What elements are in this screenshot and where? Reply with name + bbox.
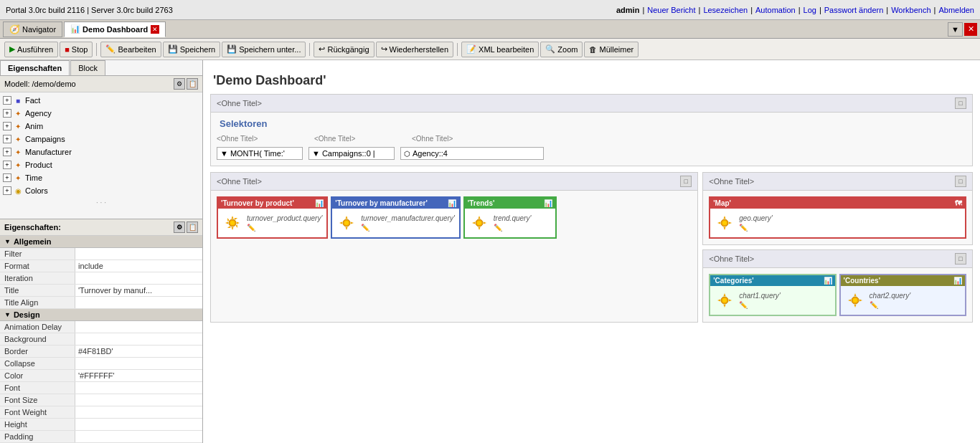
selector-dropdown-1[interactable]: ▼ MONTH( Time:' bbox=[217, 147, 303, 160]
tab-close-button[interactable]: ✕ bbox=[151, 25, 159, 34]
save-icon: 💾 bbox=[168, 44, 178, 54]
widget-map-edit-icon[interactable]: ✏️ bbox=[739, 224, 772, 232]
stop-button[interactable]: ■ Stop bbox=[60, 42, 93, 57]
edit-icon: ✏️ bbox=[105, 44, 116, 54]
map-section-collapse[interactable]: □ bbox=[955, 176, 966, 187]
top-section-header: <Ohne Titel> □ bbox=[211, 95, 972, 113]
props-icon-1[interactable]: ⚙ bbox=[174, 222, 185, 233]
widget-turnover-manufacturer[interactable]: 'Turnover by manufacturer' 📊 bbox=[331, 196, 461, 239]
categories-title: 'Categories' bbox=[713, 277, 753, 285]
save-button[interactable]: 💾 Speichern bbox=[163, 42, 221, 57]
props-icon-2[interactable]: 📋 bbox=[187, 222, 198, 233]
gear-icon-cat bbox=[715, 290, 735, 310]
edit-label: Bearbeiten bbox=[118, 45, 156, 54]
toolbar-sep-2 bbox=[309, 43, 310, 56]
undo-icon: ↩ bbox=[319, 44, 325, 54]
tree-label-anim: Anim bbox=[25, 122, 43, 130]
tree-item-campaigns[interactable]: + ✦ Campaigns bbox=[0, 133, 202, 146]
link-workbench[interactable]: Workbench bbox=[891, 6, 930, 14]
widget-3-edit-icon[interactable]: ✏️ bbox=[494, 224, 532, 232]
expand-anim[interactable]: + bbox=[3, 122, 11, 130]
redo-button[interactable]: ↪ Wiederherstellen bbox=[376, 42, 454, 57]
prop-collapse: Collapse bbox=[0, 358, 202, 370]
link-abmelden[interactable]: Abmelden bbox=[938, 6, 974, 14]
bottom-left-label: <Ohne Titel> bbox=[217, 177, 262, 186]
link-lesezeichen[interactable]: Lesezeichen bbox=[703, 6, 748, 14]
countries-edit-icon[interactable]: ✏️ bbox=[870, 301, 911, 309]
fact-icon: ■ bbox=[13, 95, 23, 105]
props-section-allgemein[interactable]: Allgemein bbox=[0, 236, 202, 248]
expand-colors[interactable]: + bbox=[3, 186, 11, 195]
sel-label-3: <Ohne Titel> bbox=[412, 135, 555, 143]
categories-edit-icon[interactable]: ✏️ bbox=[739, 301, 781, 309]
expand-fact[interactable]: + bbox=[3, 96, 11, 105]
edit-button[interactable]: ✏️ Bearbeiten bbox=[100, 42, 161, 57]
block-tab[interactable]: Block bbox=[70, 60, 105, 75]
trash-button[interactable]: 🗑 Mülleimer bbox=[584, 42, 639, 57]
xml-button[interactable]: 📝 XML bearbeiten bbox=[461, 42, 539, 57]
toolbar: ▶ Ausführen ■ Stop ✏️ Bearbeiten 💾 Speic… bbox=[0, 39, 980, 60]
widget-2-edit-icon[interactable]: ✏️ bbox=[361, 224, 455, 232]
zoom-button[interactable]: 🔍 Zoom bbox=[540, 42, 583, 57]
trash-label: Mülleimer bbox=[599, 45, 633, 54]
expand-manufacturer[interactable]: + bbox=[3, 148, 11, 156]
model-icon-1[interactable]: ⚙ bbox=[174, 78, 185, 90]
tab-demo-dashboard[interactable]: 📊 Demo Dashboard ✕ bbox=[64, 22, 166, 37]
map-section-label: <Ohne Titel> bbox=[709, 177, 754, 186]
dashboard: 'Demo Dashboard' <Ohne Titel> □ Selektor… bbox=[203, 60, 980, 443]
widget-map-title: 'Map' bbox=[713, 199, 731, 207]
properties-table: Allgemein Filter Format include Iteratio… bbox=[0, 236, 202, 443]
sub-section: <Ohne Titel> □ 'Categories' 📊 bbox=[702, 249, 973, 323]
top-section-label: <Ohne Titel> bbox=[217, 99, 262, 108]
tree-item-anim[interactable]: + ✦ Anim bbox=[0, 120, 202, 133]
tree-item-manufacturer[interactable]: + ✦ Manufacturer bbox=[0, 146, 202, 158]
undo-button[interactable]: ↩ Rückgängig bbox=[314, 42, 374, 57]
link-passwort[interactable]: Passwort ändern bbox=[824, 6, 884, 14]
expand-campaigns[interactable]: + bbox=[3, 135, 11, 143]
expand-time[interactable]: + bbox=[3, 173, 11, 182]
run-button[interactable]: ▶ Ausführen bbox=[4, 42, 58, 57]
selector-dropdown-2[interactable]: ▼ Campaigns::0 | bbox=[308, 147, 395, 160]
selector-input-3[interactable]: ⬡ Agency::4 bbox=[400, 147, 544, 160]
tab-navigator[interactable]: 🧭 Navigator bbox=[3, 22, 62, 37]
properties-title: Eigenschaften: bbox=[4, 223, 61, 232]
tab-dropdown[interactable]: ▼ bbox=[948, 22, 963, 37]
bottom-left-collapse[interactable]: □ bbox=[680, 176, 692, 187]
content-area[interactable]: 'Demo Dashboard' <Ohne Titel> □ Selektor… bbox=[203, 60, 980, 443]
top-section-collapse[interactable]: □ bbox=[955, 97, 966, 109]
redo-icon: ↪ bbox=[381, 44, 387, 54]
save-label: Speichern bbox=[180, 45, 216, 54]
tree-item-agency[interactable]: + ✦ Agency bbox=[0, 107, 202, 120]
link-automation[interactable]: Automation bbox=[755, 6, 796, 14]
link-log[interactable]: Log bbox=[804, 6, 816, 14]
expand-agency[interactable]: + bbox=[3, 109, 11, 118]
tree-label-manufacturer: Manufacturer bbox=[25, 148, 72, 156]
dashboard-title: 'Demo Dashboard' bbox=[210, 67, 973, 94]
tree-item-colors[interactable]: + ◉ Colors bbox=[0, 184, 202, 197]
widget-3-header: 'Trends' 📊 bbox=[465, 198, 555, 209]
tree-item-product[interactable]: + ✦ Product bbox=[0, 158, 202, 171]
close-all-tabs-button[interactable]: ✕ bbox=[964, 23, 977, 36]
properties-tab[interactable]: Eigenschaften bbox=[0, 60, 70, 75]
widget-map[interactable]: 'Map' 🗺 bbox=[709, 196, 966, 239]
widget-1-title: 'Turnover by product' bbox=[221, 199, 294, 207]
widget-trends[interactable]: 'Trends' 📊 bbox=[463, 196, 557, 239]
widget-2-type-icon: 📊 bbox=[448, 199, 456, 207]
widget-1-edit-icon[interactable]: ✏️ bbox=[247, 224, 322, 232]
categories-icon: 📊 bbox=[824, 277, 832, 285]
top-section: <Ohne Titel> □ Selektoren <Ohne Titel> <… bbox=[210, 94, 973, 166]
properties-area: Eigenschaften: ⚙ 📋 Allgemein Filter Form… bbox=[0, 219, 202, 443]
widget-turnover-product[interactable]: 'Turnover by product' 📊 bbox=[217, 196, 328, 239]
sub-section-collapse[interactable]: □ bbox=[955, 253, 966, 265]
expand-product[interactable]: + bbox=[3, 161, 11, 169]
widget-countries[interactable]: 'Countries' 📊 bbox=[839, 274, 966, 316]
tab-navigator-label: Navigator bbox=[22, 25, 56, 34]
model-icon-2[interactable]: 📋 bbox=[187, 78, 198, 90]
tree-item-time[interactable]: + ✦ Time bbox=[0, 171, 202, 184]
widget-categories[interactable]: 'Categories' 📊 bbox=[709, 274, 836, 316]
props-section-design[interactable]: Design bbox=[0, 309, 202, 321]
save-as-button[interactable]: 💾 Speichern unter... bbox=[222, 42, 306, 57]
tree-item-fact[interactable]: + ■ Fact bbox=[0, 94, 202, 107]
countries-title: 'Countries' bbox=[844, 277, 880, 285]
link-neuer-bericht[interactable]: Neuer Bericht bbox=[647, 6, 695, 14]
